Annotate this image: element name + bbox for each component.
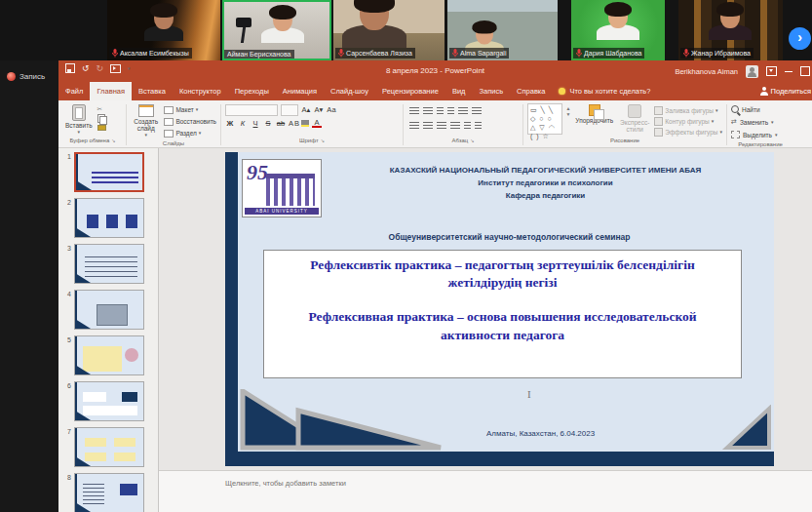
shapes-gallery[interactable]: ▭ ╲ ╲ ◇ ○ ○ △ ▽ ◠ ( ) ☆ <box>527 103 562 135</box>
slide-thumbnail-7[interactable]: 7 <box>58 427 158 467</box>
participant-tile[interactable]: Жанар Ибраимова <box>678 0 783 60</box>
slide-thumbnail-5[interactable]: 5 <box>58 335 158 375</box>
dialog-launcher-icon[interactable]: ↘ <box>470 138 474 143</box>
align-center-icon[interactable] <box>423 122 433 129</box>
thumbnail-image[interactable] <box>74 473 144 512</box>
slide-thumbnail-1[interactable]: 1 <box>58 152 158 192</box>
select-button[interactable]: Выделить▾ <box>731 129 778 140</box>
thumbnail-image[interactable] <box>74 244 144 284</box>
tab-file[interactable]: Файл <box>58 82 90 100</box>
minimize-button[interactable] <box>785 71 793 72</box>
notes-pane[interactable]: Щелкните, чтобы добавить заметки <box>159 470 812 512</box>
account-avatar[interactable] <box>746 65 758 78</box>
participant-tile[interactable]: Дария Шабданова <box>571 0 665 60</box>
bold-button[interactable]: Ж <box>225 119 235 128</box>
shapes-gallery-scroll[interactable]: ▲ ▼ <box>565 103 570 119</box>
strikethrough-button[interactable]: S <box>263 119 273 128</box>
next-participants-button[interactable]: › <box>789 27 811 50</box>
tab-animations[interactable]: Анимация <box>276 82 324 100</box>
tab-help[interactable]: Справка <box>510 82 552 100</box>
shrink-font-button[interactable]: А▾ <box>314 105 324 114</box>
text-highlight-icon[interactable] <box>301 120 309 127</box>
grow-font-button[interactable]: А▴ <box>301 105 311 114</box>
gallery-down-icon[interactable]: ▼ <box>565 111 570 117</box>
thumbnail-image[interactable] <box>74 152 144 192</box>
decrease-indent-icon[interactable] <box>437 107 444 114</box>
font-size-input[interactable] <box>281 104 298 116</box>
participant-tile[interactable]: Alma Sapargali <box>447 0 558 60</box>
chevron-down-icon: ▾ <box>775 132 778 138</box>
align-right-icon[interactable] <box>437 122 446 129</box>
section-button[interactable]: Раздел▾ <box>164 129 216 138</box>
participant-name: Аксалам Есимбекызы <box>120 50 189 57</box>
italic-button[interactable]: К <box>238 119 248 128</box>
shape-fill-button[interactable]: Заливка фигуры▾ <box>654 106 722 115</box>
quick-styles-label: Экспресс-стили <box>620 119 649 133</box>
dialog-launcher-icon[interactable]: ↘ <box>321 138 325 143</box>
layout-button[interactable]: Макет▾ <box>164 105 216 114</box>
current-slide[interactable]: 95 ABAI UNIVERSITY КАЗАХСКИЙ НАЦИОНАЛЬНЫ… <box>225 152 774 466</box>
justify-icon[interactable] <box>450 122 460 129</box>
tell-me-box[interactable]: Что вы хотите сделать? <box>552 82 657 100</box>
slide-thumbnail-6[interactable]: 6 <box>58 381 158 421</box>
tab-insert[interactable]: Вставка <box>132 82 173 100</box>
shape-effects-button[interactable]: Эффекты фигуры▾ <box>654 128 722 137</box>
new-slide-button[interactable]: Создать слайд ▾ <box>131 103 161 139</box>
account-name[interactable]: Berikhanova Aiman <box>675 67 738 76</box>
reset-button[interactable]: Восстановить <box>164 117 216 126</box>
increase-indent-icon[interactable] <box>447 107 454 114</box>
find-button[interactable]: Найти <box>731 103 760 115</box>
thumbnail-image[interactable] <box>74 290 144 330</box>
participant-tile-active[interactable]: Айман Берисханова <box>222 0 331 60</box>
slide-number: 6 <box>58 381 71 421</box>
bullet-list-icon[interactable] <box>409 107 419 114</box>
smartart-icon[interactable] <box>475 122 482 129</box>
restore-button[interactable] <box>800 66 810 76</box>
share-button[interactable]: Поделиться <box>759 82 812 100</box>
select-label: Выделить <box>743 132 772 138</box>
chevron-down-icon: ▾ <box>719 128 722 137</box>
tab-review[interactable]: Рецензирование <box>375 82 445 100</box>
tab-view[interactable]: Вид <box>445 82 473 100</box>
numbered-list-icon[interactable] <box>423 107 433 114</box>
arrange-button[interactable]: Упорядочить <box>573 103 615 125</box>
format-painter-icon[interactable] <box>97 125 106 131</box>
thumbnail-image[interactable] <box>74 427 144 467</box>
slide-editor-area[interactable]: 95 ABAI UNIVERSITY КАЗАХСКИЙ НАЦИОНАЛЬНЫ… <box>159 148 812 471</box>
cut-icon[interactable]: ✂ <box>97 105 106 112</box>
tab-home[interactable]: Главная <box>90 82 132 100</box>
thumbnail-image[interactable] <box>74 198 144 238</box>
chevron-down-icon: ▾ <box>196 105 199 114</box>
thumbnail-image[interactable] <box>74 381 144 421</box>
change-case-button[interactable]: Аа <box>327 105 336 114</box>
slide-title-box[interactable]: Рефлексивтік практика – педагогтың зертт… <box>263 250 742 378</box>
text-direction-icon[interactable] <box>472 107 482 114</box>
copy-icon[interactable] <box>97 114 105 123</box>
dialog-launcher-icon[interactable]: ↘ <box>111 138 115 143</box>
effects-swatch-icon <box>654 128 663 137</box>
paste-button[interactable]: Вставить ▾ <box>63 103 95 137</box>
slide-thumbnail-8[interactable]: 8 <box>58 473 158 512</box>
replace-button[interactable]: ⇄Заменить▾ <box>731 116 774 128</box>
columns-icon[interactable] <box>464 122 471 129</box>
underline-button[interactable]: Ч <box>251 119 260 128</box>
ribbon-display-options-icon[interactable] <box>766 66 777 76</box>
character-spacing-button[interactable]: АВ <box>289 119 298 128</box>
tab-transitions[interactable]: Переходы <box>228 82 276 100</box>
thumbnail-image[interactable] <box>74 335 144 375</box>
slide-thumbnail-3[interactable]: 3 <box>58 244 158 284</box>
participant-tile[interactable]: Аксалам Есимбекызы <box>107 0 220 60</box>
slide-thumbnail-4[interactable]: 4 <box>58 290 158 330</box>
tab-record[interactable]: Запись <box>472 82 510 100</box>
font-color-button[interactable]: А <box>312 119 322 128</box>
tab-design[interactable]: Конструктор <box>173 82 228 100</box>
quick-styles-button[interactable]: Экспресс-стили <box>618 103 651 134</box>
line-spacing-icon[interactable] <box>458 107 468 114</box>
text-shadow-button[interactable]: ab <box>276 119 286 128</box>
align-left-icon[interactable] <box>409 122 419 129</box>
slide-thumbnail-2[interactable]: 2 <box>58 198 158 238</box>
shape-outline-button[interactable]: Контур фигуры▾ <box>654 117 722 126</box>
font-name-input[interactable] <box>225 104 278 116</box>
participant-tile[interactable]: Сарсенбаева Лязиза <box>333 0 445 60</box>
tab-slideshow[interactable]: Слайд-шоу <box>324 82 375 100</box>
